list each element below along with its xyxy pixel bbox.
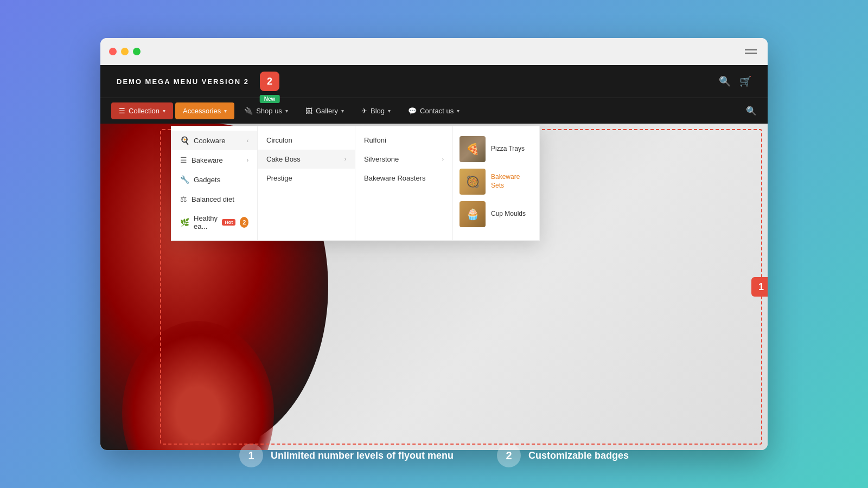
menu-col-products: 🍕 Pizza Trays 🥘 Bakeware Sets 🧁 <box>453 126 540 241</box>
menu-col-item-balanced[interactable]: ⚖ Balanced diet <box>171 189 257 209</box>
arrow-right-icon: › <box>442 156 444 162</box>
menu-col-categories: 🍳 Cookware ‹ ☰ Bakeware › <box>171 126 258 241</box>
contact-icon: 💬 <box>408 107 417 115</box>
feature-item-2: 2 Customizable badges <box>497 444 629 467</box>
feature-text-2: Customizable badges <box>528 450 629 461</box>
chevron-down-icon: ▾ <box>341 108 344 114</box>
product-thumb-pizza-trays: 🍕 <box>459 136 486 162</box>
gadgets-icon: 🔧 <box>180 175 189 184</box>
menubar-search-icon[interactable]: 🔍 <box>746 106 757 116</box>
browser-menu-icon[interactable] <box>745 47 757 56</box>
site-title: DEMO MEGA MENU VERSION 2 <box>117 78 249 86</box>
feature-item-1: 1 Unlimited number levels of flyout menu <box>239 444 454 467</box>
blog-icon: ✈ <box>361 107 367 115</box>
badge-num-2: 2 <box>240 217 248 228</box>
menu-item-contact[interactable]: 💬 Contact us ▾ <box>400 102 467 119</box>
cup-moulds-image: 🧁 <box>459 201 486 227</box>
navbar-icons: 🔍 🛒 <box>719 75 751 87</box>
menu-col-sub-brands: Ruffoni Silverstone › Bakeware Roasters <box>355 126 453 241</box>
browser-window: DEMO MEGA MENU VERSION 2 2 New 🔍 🛒 ☰ Col… <box>100 38 768 450</box>
bakeware-sets-image: 🥘 <box>459 169 486 195</box>
menu-item-accessories[interactable]: Accessories ▾ <box>175 102 234 119</box>
menu-col-item-silverstone[interactable]: Silverstone › <box>355 150 452 169</box>
menu-item-gallery[interactable]: 🖼 Gallery ▾ <box>298 102 352 119</box>
pizza-tray-image: 🍕 <box>459 136 486 162</box>
healthy-label: Healthy ea... <box>194 214 218 230</box>
menu-col-item-ruffoni[interactable]: Ruffoni <box>355 131 452 150</box>
menu-item-collection[interactable]: ☰ Collection ▾ <box>111 102 173 119</box>
collection-icon: ☰ <box>119 107 125 115</box>
menu-col-item-healthy[interactable]: 🌿 Healthy ea... Hot 2 <box>171 209 257 236</box>
product-label-bakeware-sets: Bakeware Sets <box>491 173 533 190</box>
product-item-bakeware-sets[interactable]: 🥘 Bakeware Sets <box>459 165 533 198</box>
feature-text-1: Unlimited number levels of flyout menu <box>271 450 454 461</box>
dot-maximize[interactable] <box>133 48 141 55</box>
healthy-icon: 🌿 <box>180 218 189 227</box>
menu-col-item-cookware[interactable]: 🍳 Cookware ‹ <box>171 131 257 150</box>
menu-item-blog[interactable]: ✈ Blog ▾ <box>354 102 398 119</box>
chevron-down-icon: ▾ <box>285 108 288 114</box>
chevron-down-icon: ▾ <box>163 108 165 114</box>
chevron-down-icon: ▾ <box>457 108 459 114</box>
product-item-pizza-trays[interactable]: 🍕 Pizza Trays <box>459 133 533 165</box>
menu-col-item-prestige[interactable]: Prestige <box>258 169 355 188</box>
menu-col-brands: Circulon Cake Boss › Prestige <box>258 126 355 241</box>
feature-badge-1: 1 <box>239 444 263 467</box>
navbar-badge-2: 2 New <box>260 72 279 91</box>
top-navbar: DEMO MEGA MENU VERSION 2 2 New 🔍 🛒 <box>100 65 768 98</box>
product-label-cup-moulds: Cup Moulds <box>491 210 526 219</box>
new-badge: New <box>260 95 280 103</box>
menu-item-shop[interactable]: 🔌 Shop us ▾ <box>237 102 296 119</box>
browser-dots <box>109 48 141 55</box>
bakeware-icon: ☰ <box>180 156 187 164</box>
feature-badge-2: 2 <box>497 444 521 467</box>
features-section: 1 Unlimited number levels of flyout menu… <box>0 423 868 488</box>
menubar: ☰ Collection ▾ Accessories ▾ 🔌 Shop us ▾… <box>100 98 768 124</box>
balance-icon: ⚖ <box>180 195 187 203</box>
chevron-down-icon: ▾ <box>224 108 227 114</box>
hero-area: 1 🍳 Cookware ‹ ☰ B <box>100 124 768 450</box>
shop-icon: 🔌 <box>244 107 253 115</box>
chevron-down-icon: ▾ <box>388 108 391 114</box>
product-thumb-bakeware-sets: 🥘 <box>459 169 486 195</box>
menu-col-item-cakeboss[interactable]: Cake Boss › <box>258 150 355 169</box>
menu-col-item-bakeware-roasters[interactable]: Bakeware Roasters <box>355 169 452 188</box>
website: DEMO MEGA MENU VERSION 2 2 New 🔍 🛒 ☰ Col… <box>100 65 768 450</box>
arrow-left-icon: ‹ <box>247 138 248 144</box>
dot-close[interactable] <box>109 48 117 55</box>
product-item-cup-moulds[interactable]: 🧁 Cup Moulds <box>459 198 533 230</box>
arrow-right-icon: › <box>344 156 346 162</box>
menu-col-item-gadgets[interactable]: 🔧 Gadgets <box>171 170 257 189</box>
arrow-right-icon: › <box>247 157 248 163</box>
dot-minimize[interactable] <box>121 48 129 55</box>
hot-badge: Hot <box>222 219 235 226</box>
mega-menu-dropdown[interactable]: 🍳 Cookware ‹ ☰ Bakeware › <box>171 126 540 241</box>
menu-col-item-bakeware[interactable]: ☰ Bakeware › <box>171 150 257 170</box>
cookware-icon: 🍳 <box>180 136 189 145</box>
search-icon[interactable]: 🔍 <box>719 75 731 87</box>
product-label-pizza-trays: Pizza Trays <box>491 145 525 153</box>
browser-chrome <box>100 38 768 65</box>
product-thumb-cup-moulds: 🧁 <box>459 201 486 227</box>
cart-icon[interactable]: 🛒 <box>739 75 751 87</box>
gallery-icon: 🖼 <box>305 107 312 115</box>
menu-col-item-circulon[interactable]: Circulon <box>258 131 355 150</box>
